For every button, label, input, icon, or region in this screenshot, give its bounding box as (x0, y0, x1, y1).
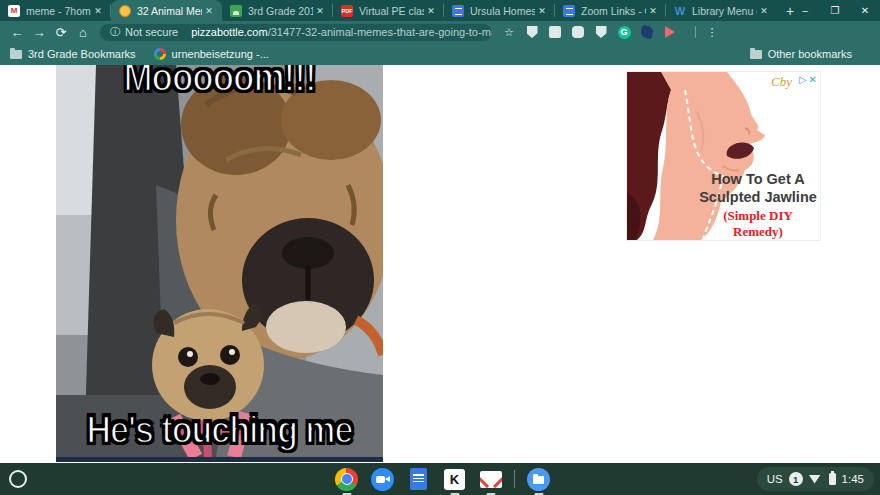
google-favicon (154, 48, 166, 60)
forward-icon[interactable]: → (28, 25, 50, 40)
wifi-icon (809, 475, 821, 484)
maximize-icon[interactable]: ❐ (820, 5, 850, 16)
other-bookmarks-label: Other bookmarks (768, 48, 852, 60)
browser-toolbar: ← → ⟳ ⌂ ⓘ Not secure pizzabottle.com /31… (0, 21, 880, 43)
tab-title: Ursula Homestead (470, 5, 535, 17)
reload-icon[interactable]: ⟳ (50, 25, 72, 40)
meme-article-image: Mooooom!!! He's touching me (56, 65, 383, 462)
ad-subheadline: (Simple DIY Remedy) (699, 208, 817, 240)
toolbar-separator (695, 26, 696, 38)
screen: M meme - 7homesug ✕ 32 Animal Memes ✕ 3r… (0, 0, 880, 495)
tab-strip: M meme - 7homesug ✕ 32 Animal Memes ✕ 3r… (0, 0, 880, 21)
close-icon[interactable]: ✕ (850, 5, 880, 16)
page-divider-strip (56, 457, 383, 462)
security-status: Not secure (125, 26, 178, 38)
adchoices-badges: ▷ ✕ (799, 74, 817, 85)
tab-close-icon[interactable]: ✕ (313, 4, 327, 18)
kami-app-icon[interactable]: K (442, 467, 467, 492)
tab-title: meme - 7homesug (26, 5, 91, 17)
tab-close-icon[interactable]: ✕ (757, 4, 771, 18)
folder-icon (750, 50, 762, 59)
ad-headline-line1: How To Get A (699, 170, 817, 188)
grammarly-extension-icon[interactable]: G (618, 26, 631, 39)
bookmark-label: 3rd Grade Bookmarks (28, 48, 136, 60)
browser-menu-icon[interactable]: ⋮ (705, 25, 719, 39)
tab-close-icon[interactable]: ✕ (646, 4, 660, 18)
active-app-indicator (534, 493, 543, 495)
active-app-indicator (342, 493, 351, 495)
launcher-button[interactable] (9, 470, 27, 488)
bookmark-urnenbeisetzung[interactable]: urnenbeisetzung -... (154, 48, 269, 60)
screencast-extension-icon[interactable] (665, 26, 675, 38)
shelf-separator (514, 470, 515, 488)
tab-gmail-meme[interactable]: M meme - 7homesug ✕ (0, 0, 111, 21)
docs-app-icon[interactable] (406, 467, 431, 492)
google-docs-favicon (563, 5, 575, 17)
other-bookmarks-button[interactable]: Other bookmarks (750, 48, 852, 60)
address-bar[interactable]: ⓘ Not secure pizzabottle.com /31477-32-a… (100, 24, 492, 41)
tab-close-icon[interactable]: ✕ (424, 4, 438, 18)
kami-extension-icon[interactable] (640, 25, 655, 40)
bookmark-folder-3rd-grade[interactable]: 3rd Grade Bookmarks (10, 48, 136, 60)
jawline-ad[interactable]: Cby ▷ ✕ How To Get A Sculpted Jawline (S… (627, 72, 820, 240)
shield2-extension-icon[interactable] (596, 26, 607, 38)
tab-virtual-pe[interactable]: PDF Virtual PE classroo ✕ (333, 0, 444, 21)
folder-icon (10, 50, 22, 59)
ad-brand-signature: Cby (771, 74, 792, 90)
window-controls: – ❐ ✕ (790, 0, 880, 21)
page-content: Mooooom!!! He's touching me (0, 65, 880, 463)
home-icon[interactable]: ⌂ (72, 25, 94, 40)
tab-close-icon[interactable]: ✕ (91, 4, 105, 18)
tab-ursula-homestead[interactable]: Ursula Homestead ✕ (444, 0, 555, 21)
dog-meme-photo: Mooooom!!! He's touching me (56, 65, 383, 457)
ad-headline-line2: Sculpted Jawline (699, 188, 817, 206)
gmail-app-icon[interactable] (478, 467, 503, 492)
tab-zoom-links[interactable]: Zoom Links - Goog ✕ (555, 0, 666, 21)
url-path: /31477-32-animal-memes-that-are-going-to… (268, 26, 492, 38)
tab-close-icon[interactable]: ✕ (202, 4, 216, 18)
tab-library-menu[interactable]: W Library Menu of Ac ✕ (666, 0, 777, 21)
minimize-icon[interactable]: – (790, 5, 820, 16)
tab-title: Zoom Links - Goog (581, 5, 646, 17)
bookmarks-bar: 3rd Grade Bookmarks urnenbeisetzung -...… (0, 43, 880, 65)
tab-title: Library Menu of Ac (692, 5, 757, 17)
active-app-indicator (486, 493, 495, 495)
meme-bottom-caption: He's touching me (56, 407, 383, 452)
files-app-icon[interactable] (526, 467, 551, 492)
tab-classroom[interactable]: 3rd Grade 2019-20 ✕ (222, 0, 333, 21)
ad-close-icon[interactable]: ✕ (809, 74, 817, 85)
puzzle-extension-icon[interactable] (572, 26, 584, 38)
adchoices-icon[interactable]: ▷ (799, 74, 807, 85)
tab-title: Virtual PE classroo (359, 5, 424, 17)
gmail-favicon: M (8, 5, 20, 17)
page-info-icon[interactable]: ⓘ (110, 25, 120, 39)
extension-row: ☆ G ⋮ (502, 25, 719, 39)
shelf-app-row: K (334, 466, 551, 492)
shield-extension-icon[interactable] (527, 26, 538, 38)
keyboard-layout-label: US (767, 473, 783, 485)
bookmark-star-icon[interactable]: ☆ (502, 25, 516, 39)
chrome-app-icon[interactable] (334, 467, 359, 492)
ad-copy: How To Get A Sculpted Jawline (Simple DI… (699, 170, 817, 240)
active-app-indicator (450, 493, 459, 495)
zoom-app-icon[interactable] (370, 467, 395, 492)
weebly-favicon: W (674, 5, 686, 17)
battery-icon (829, 473, 836, 485)
clock: 1:45 (842, 473, 864, 485)
google-classroom-favicon (230, 5, 242, 17)
bookmark-label: urnenbeisetzung -... (172, 48, 269, 60)
pdf-favicon: PDF (341, 5, 353, 17)
pizzabottle-favicon (119, 5, 131, 17)
car-dogs-illustration (56, 65, 383, 457)
chromeos-shelf: K US 1 1:45 (0, 463, 880, 495)
system-tray[interactable]: US 1 1:45 (757, 467, 874, 491)
page-extension-icon[interactable] (549, 26, 561, 38)
url-domain: pizzabottle.com (191, 26, 267, 38)
meme-top-caption: Mooooom!!! (56, 65, 383, 100)
tab-title: 3rd Grade 2019-20 (248, 5, 313, 17)
notification-counter: 1 (789, 472, 803, 486)
back-icon[interactable]: ← (6, 25, 28, 40)
google-docs-favicon (452, 5, 464, 17)
tab-animal-memes-active[interactable]: 32 Animal Memes ✕ (111, 0, 222, 21)
tab-close-icon[interactable]: ✕ (535, 4, 549, 18)
